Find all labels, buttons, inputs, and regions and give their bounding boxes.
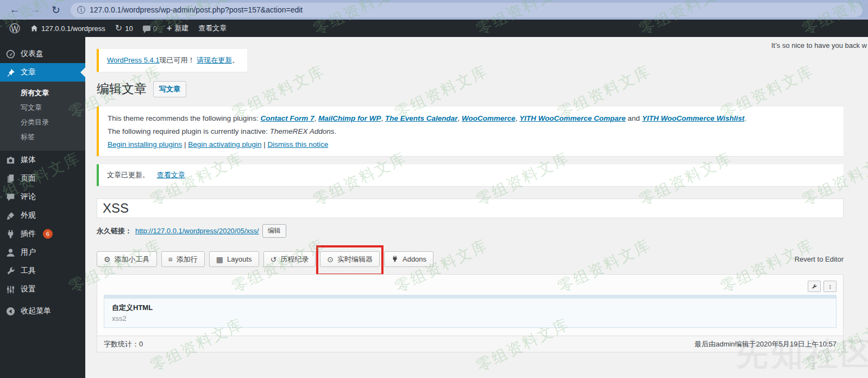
wp-admin-bar: Ⓦ 127.0.0.1/wordpress ↻ 10 0 + 新建 查看文章 (0, 20, 868, 37)
panel-tools: ↕ (104, 281, 836, 292)
history-button[interactable]: ↺ 历程纪录 (263, 251, 316, 267)
sliders-icon (5, 284, 16, 295)
begin-installing-link[interactable]: Begin installing plugins (108, 140, 182, 148)
site-name: 127.0.0.1/wordpress (41, 24, 105, 33)
core-update-notice: WordPress 5.4.1现已可用！ 请现在更新。 (97, 49, 247, 72)
word-count-value: 0 (139, 340, 143, 348)
updates-menu[interactable]: ↻ 10 (110, 20, 138, 37)
sidebar-item-label: 评论 (21, 192, 36, 202)
plus-icon: + (167, 23, 172, 33)
post-title-input[interactable] (97, 199, 844, 218)
updates-count: 10 (125, 24, 133, 33)
browser-toolbar: ← → ↻ ⓘ 127.0.0.1/wordpress/wp-admin/pos… (0, 0, 868, 20)
history-icon: ↺ (271, 256, 277, 263)
edit-permalink-button[interactable]: 编辑 (262, 224, 286, 238)
widget-title: 自定义HTML (112, 303, 828, 313)
sidebar-item-posts[interactable]: 文章 (0, 63, 85, 82)
add-widget-button[interactable]: ⚙ 添加小工具 (97, 251, 157, 267)
addons-button[interactable]: Addons (384, 251, 433, 267)
collapse-arrow-icon (5, 306, 16, 317)
custom-html-widget[interactable]: 自定义HTML xss2 (104, 295, 836, 328)
wrench-icon (5, 266, 16, 276)
view-post-link[interactable]: 查看文章 (157, 171, 185, 179)
sidebar-item-label: 页面 (21, 173, 36, 183)
sidebar-item-dashboard[interactable]: 仪表盘 (0, 45, 85, 63)
sidebar-item-collapse-menu[interactable]: 收起菜单 (0, 302, 85, 320)
submenu-new-post[interactable]: 写文章 (0, 100, 85, 115)
forward-icon[interactable]: → (26, 4, 45, 16)
sidebar-item-pages[interactable]: 页面 (0, 169, 85, 188)
sidebar-item-media[interactable]: 媒体 (0, 151, 85, 169)
page-header: 编辑文章 写文章 (97, 81, 844, 97)
wordpress-version-link[interactable]: WordPress 5.4.1 (107, 56, 160, 64)
site-menu[interactable]: 127.0.0.1/wordpress (25, 20, 110, 37)
sidebar-item-label: 插件 (21, 229, 36, 239)
button-label: Layouts (227, 255, 252, 263)
rows-icon: ≡ (168, 256, 173, 263)
back-icon[interactable]: ← (5, 4, 24, 16)
recommend-intro: This theme recommends the following plug… (108, 114, 260, 122)
plugin-link[interactable]: YITH WooCommerce Wishlist (642, 114, 745, 122)
new-content-menu[interactable]: + 新建 (162, 20, 193, 37)
page-builder-panel: ↕ 自定义HTML xss2 (97, 274, 844, 336)
sidebar-item-settings[interactable]: 设置 (0, 280, 85, 299)
address-bar[interactable]: ⓘ 127.0.0.1/wordpress/wp-admin/post.php?… (71, 3, 863, 17)
sidebar-item-plugins[interactable]: 插件 6 (0, 225, 85, 243)
permalink-url[interactable]: http://127.0.0.1/wordpress/2020/05/xss/ (135, 227, 259, 235)
sidebar-item-label: 媒体 (21, 155, 36, 165)
posts-submenu: 所有文章 写文章 分类目录 标签 (0, 82, 85, 151)
plugin-link[interactable]: Contact Form 7 (260, 114, 314, 122)
sidebar-item-appearance[interactable]: 外观 (0, 206, 85, 225)
submenu-tags[interactable]: 标签 (0, 129, 85, 144)
composer-toolbar: ⚙ 添加小工具 ≡ 添加行 ▦ Layouts ↺ 历程纪录 ⊙ 实时编辑器 (97, 251, 844, 267)
wp-logo-menu[interactable]: Ⓦ (4, 20, 25, 37)
active-menu-arrow (76, 67, 85, 77)
view-post-label: 查看文章 (198, 23, 227, 33)
pages-icon (5, 173, 16, 184)
post-status-bar: 字数统计：0 最后由admin编辑于2020年5月19日上午10:57 (97, 336, 844, 352)
button-label: 添加行 (177, 255, 198, 264)
dismiss-notice-link[interactable]: Dismiss this notice (267, 140, 328, 148)
button-label: 历程纪录 (280, 255, 309, 264)
plugin-link[interactable]: MailChimp for WP (318, 114, 381, 122)
update-notice-period: 。 (232, 56, 239, 64)
site-info-icon[interactable]: ⓘ (77, 5, 85, 15)
sidebar-item-users[interactable]: 用户 (0, 243, 85, 262)
plugin-link[interactable]: YITH WooCommerce Compare (519, 114, 626, 122)
sidebar-item-comments[interactable]: 评论 (0, 188, 85, 206)
layouts-button[interactable]: ▦ Layouts (209, 251, 259, 267)
add-new-post-button[interactable]: 写文章 (153, 81, 186, 97)
post-updated-notice: 文章已更新。 查看文章 (97, 164, 844, 186)
updates-icon: ↻ (115, 24, 122, 33)
update-now-link[interactable]: 请现在更新 (197, 56, 232, 64)
gear-icon: ⚙ (104, 256, 111, 263)
plugin-link[interactable]: WooCommerce (462, 114, 515, 122)
comments-menu[interactable]: 0 (138, 20, 162, 37)
widget-content: xss2 (112, 314, 828, 323)
recommended-plugins-line: This theme recommends the following plug… (108, 114, 835, 122)
sidebar-item-label: 收起菜单 (21, 306, 51, 316)
refresh-icon[interactable]: ↻ (47, 4, 65, 16)
submenu-categories[interactable]: 分类目录 (0, 115, 85, 129)
revert-to-editor-link[interactable]: Revert to Editor (795, 255, 844, 263)
update-notice-text: 现已可用！ (160, 56, 197, 64)
plugin-link[interactable]: The Events Calendar (385, 114, 458, 122)
resize-button[interactable]: ↕ (823, 281, 836, 292)
sidebar-item-label: 文章 (21, 67, 36, 77)
wrench-settings-button[interactable] (808, 281, 821, 292)
add-row-button[interactable]: ≡ 添加行 (161, 251, 205, 267)
live-editor-button[interactable]: ⊙ 实时编辑器 (320, 251, 380, 267)
layout-grid-icon: ▦ (216, 256, 223, 263)
sidebar-item-tools[interactable]: 工具 (0, 262, 85, 280)
theme-plugins-notice: This theme recommends the following plug… (97, 107, 844, 156)
admin-sidebar: 仪表盘 文章 所有文章 写文章 分类目录 标签 媒体 页面 (0, 37, 85, 378)
button-label: 实时编辑器 (337, 255, 373, 264)
updated-text: 文章已更新。 (107, 171, 149, 179)
view-post-menu[interactable]: 查看文章 (193, 20, 231, 37)
sidebar-item-label: 工具 (21, 266, 36, 276)
welcome-message: It’s so nice to have you back w (771, 41, 867, 49)
plugin-update-badge: 6 (43, 229, 53, 239)
begin-activating-link[interactable]: Begin activating plugin (188, 140, 261, 148)
submenu-all-posts[interactable]: 所有文章 (0, 85, 85, 100)
permalink-label: 永久链接： (97, 226, 132, 236)
